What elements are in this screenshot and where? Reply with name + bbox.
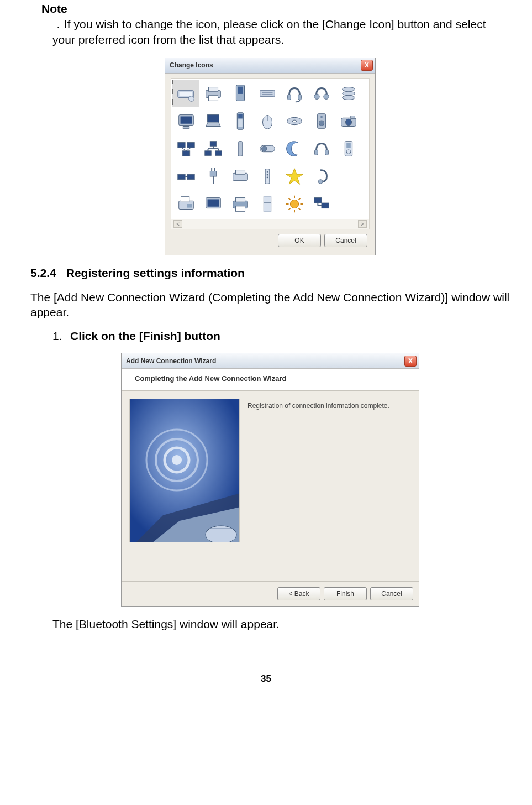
wizard-cancel-button[interactable]: Cancel (370, 587, 413, 600)
icon-fax[interactable] (172, 190, 199, 218)
icon-star[interactable] (281, 163, 308, 190)
icon-lan[interactable] (199, 135, 227, 163)
svg-rect-1 (179, 92, 192, 96)
svg-rect-75 (207, 199, 219, 206)
wizard-image (129, 399, 240, 542)
svg-point-70 (318, 179, 323, 184)
icon-printer2[interactable] (227, 163, 254, 190)
svg-point-31 (319, 121, 324, 126)
wizard-dialog: Add New Connection Wizard X Completing t… (121, 353, 419, 607)
icon-monitor2[interactable] (199, 190, 227, 218)
svg-rect-48 (238, 141, 243, 156)
svg-line-87 (298, 208, 300, 210)
note-bullet: ． (52, 18, 64, 31)
svg-point-29 (292, 120, 297, 122)
svg-rect-36 (177, 142, 185, 148)
svg-rect-37 (187, 142, 194, 148)
icon-printer3[interactable] (227, 190, 254, 218)
step-number: 1. (52, 330, 65, 343)
icon-keypad[interactable] (254, 80, 281, 107)
svg-rect-77 (235, 197, 245, 202)
close-button[interactable]: X (361, 60, 373, 71)
icon-scrollbar[interactable]: < > (171, 219, 370, 229)
scroll-left-button[interactable]: < (173, 220, 182, 228)
scroll-right-button[interactable]: > (358, 220, 367, 228)
svg-point-98 (172, 455, 182, 465)
wizard-close-button[interactable]: X (404, 356, 417, 367)
svg-rect-43 (215, 150, 221, 155)
change-icons-title: Change Icons (170, 61, 213, 69)
icon-monitor[interactable] (172, 107, 199, 135)
svg-rect-19 (180, 116, 192, 123)
icon-network[interactable] (172, 135, 199, 163)
note-body: ．If you wish to change the icon, please … (52, 17, 510, 48)
svg-rect-38 (182, 150, 189, 156)
icon-keyboard[interactable] (172, 80, 199, 107)
icon-earpiece[interactable] (308, 163, 335, 190)
icon-camera[interactable] (335, 107, 362, 135)
svg-point-16 (342, 91, 355, 96)
note-text: If you wish to change the icon, please c… (52, 18, 486, 46)
svg-rect-8 (260, 90, 275, 96)
svg-rect-59 (210, 171, 216, 176)
ok-button[interactable]: OK (278, 234, 321, 247)
icon-speaker[interactable] (308, 107, 335, 135)
change-icons-dialog: Change Icons X (165, 58, 376, 255)
close-icon: X (365, 61, 369, 69)
icon-empty-2 (335, 190, 362, 218)
icon-moon[interactable] (281, 135, 308, 163)
svg-point-15 (342, 87, 355, 91)
svg-rect-20 (183, 126, 189, 128)
svg-line-88 (288, 208, 290, 210)
section-intro: The [Add New Connection Wizard (Completi… (30, 290, 510, 320)
icon-disc-stack[interactable] (335, 80, 362, 107)
finish-button[interactable]: Finish (324, 587, 367, 600)
svg-marker-22 (206, 122, 220, 126)
svg-point-2 (188, 96, 194, 101)
icon-headset-mic[interactable] (281, 80, 308, 107)
wizard-header: Completing the Add New Connection Wizard (122, 369, 419, 391)
icon-ipod[interactable] (335, 135, 362, 163)
svg-point-34 (345, 119, 351, 125)
cancel-button[interactable]: Cancel (324, 234, 367, 247)
close-icon: X (408, 357, 413, 365)
icon-stick[interactable] (227, 135, 254, 163)
icon-laptop[interactable] (199, 107, 227, 135)
icon-fridge[interactable] (254, 190, 281, 218)
icon-toggle[interactable] (254, 135, 281, 163)
icon-disc[interactable] (281, 107, 308, 135)
svg-point-13 (314, 94, 319, 100)
icon-router[interactable] (172, 163, 199, 190)
icon-printer[interactable] (199, 80, 227, 107)
wizard-header-text: Completing the Add New Connection Wizard (135, 374, 287, 383)
icon-phone[interactable] (227, 107, 254, 135)
svg-rect-12 (298, 94, 301, 100)
svg-rect-25 (238, 119, 243, 127)
section-heading: 5.2.4Registering settings information (30, 266, 510, 280)
svg-rect-65 (265, 169, 270, 184)
svg-rect-79 (264, 196, 271, 212)
svg-rect-21 (207, 114, 219, 122)
svg-rect-42 (204, 150, 210, 155)
icon-headphones[interactable] (308, 80, 335, 107)
svg-point-67 (266, 174, 268, 175)
icon-remote[interactable] (254, 163, 281, 190)
svg-line-40 (186, 148, 191, 151)
svg-rect-64 (235, 170, 245, 174)
wizard-message: Registration of connection information c… (247, 399, 411, 542)
icon-pda[interactable] (227, 80, 254, 107)
section-number: 5.2.4 (30, 266, 56, 279)
back-button[interactable]: < Back (277, 587, 320, 600)
svg-point-66 (266, 171, 268, 173)
svg-point-68 (266, 176, 268, 178)
icon-headset2[interactable] (308, 135, 335, 163)
svg-point-81 (290, 200, 298, 208)
icon-multi[interactable] (308, 190, 335, 218)
svg-rect-5 (208, 95, 218, 101)
icon-plug[interactable] (199, 163, 227, 190)
svg-rect-54 (346, 143, 351, 148)
step-1: 1. Click on the [Finish] button (52, 330, 510, 343)
icon-mouse[interactable] (254, 107, 281, 135)
icon-sun[interactable] (281, 190, 308, 218)
svg-rect-73 (187, 204, 192, 208)
